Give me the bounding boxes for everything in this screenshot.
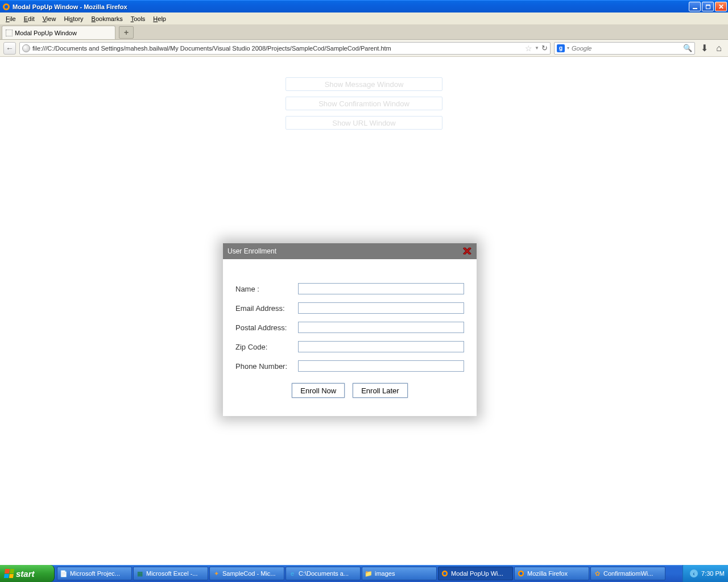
- home-icon[interactable]: ⌂: [713, 43, 725, 53]
- folder-icon: 📁: [365, 569, 373, 577]
- search-icon[interactable]: 🔍: [683, 44, 692, 52]
- firefox-icon: [441, 569, 449, 577]
- enroll-now-button[interactable]: Enroll Now: [292, 383, 345, 398]
- navigation-toolbar: ← file:///C:/Documents and Settings/mahe…: [0, 40, 728, 57]
- task-item[interactable]: 📄Microsoft Projec...: [57, 567, 132, 580]
- zip-label: Zip Code:: [235, 343, 298, 351]
- page-icon: [6, 30, 13, 36]
- search-input[interactable]: [572, 45, 681, 52]
- postal-input[interactable]: [298, 322, 464, 333]
- start-label: start: [16, 569, 35, 579]
- taskbar: start 📄Microsoft Projec... ▦Microsoft Ex…: [0, 565, 728, 582]
- task-item[interactable]: ✿ConfirmatiomWi...: [590, 567, 665, 580]
- firefox-icon: [517, 569, 525, 577]
- system-tray[interactable]: ‹ 7:30 PM: [682, 565, 728, 582]
- minimize-button[interactable]: [689, 2, 701, 11]
- maximize-button[interactable]: [702, 2, 714, 11]
- page-content: Show Message Window Show Confiramtion Wi…: [0, 57, 728, 565]
- enroll-later-button[interactable]: Enroll Later: [353, 383, 407, 398]
- modal-close-icon[interactable]: ✕: [462, 244, 472, 258]
- user-enrollment-modal: User Enrollment ✕ Name : Email Address: …: [223, 243, 477, 416]
- taskbar-items: 📄Microsoft Projec... ▦Microsoft Excel -.…: [55, 565, 682, 582]
- menu-file[interactable]: File: [2, 14, 19, 23]
- project-icon: 📄: [60, 569, 68, 577]
- back-button[interactable]: ←: [3, 42, 16, 55]
- window-titlebar: Modal PopUp Window - Mozilla Firefox ✕: [0, 0, 728, 13]
- menu-bar: File Edit View History Bookmarks Tools H…: [0, 13, 728, 25]
- downloads-icon[interactable]: ⬇: [698, 43, 710, 53]
- clock: 7:30 PM: [701, 570, 725, 577]
- modal-title: User Enrollment: [228, 247, 462, 255]
- windows-logo-icon: [4, 569, 14, 578]
- menu-bookmarks[interactable]: Bookmarks: [88, 14, 126, 23]
- tab-active[interactable]: Modal PopUp Window: [2, 26, 115, 39]
- task-item[interactable]: eC:\Documents a...: [286, 567, 361, 580]
- app-icon: ✿: [593, 569, 601, 577]
- tray-chevron-icon[interactable]: ‹: [690, 569, 698, 577]
- tab-strip: Modal PopUp Window +: [0, 25, 728, 40]
- excel-icon: ▦: [136, 569, 144, 577]
- url-text: file:///C:/Documents and Settings/mahesh…: [32, 45, 523, 52]
- start-button[interactable]: start: [0, 565, 55, 582]
- globe-icon: [22, 44, 30, 52]
- task-item[interactable]: ▦Microsoft Excel -...: [133, 567, 208, 580]
- menu-view[interactable]: View: [39, 14, 60, 23]
- name-input[interactable]: [298, 283, 464, 294]
- reload-icon[interactable]: ↻: [541, 44, 548, 52]
- email-input[interactable]: [298, 302, 464, 314]
- phone-label: Phone Number:: [235, 362, 298, 371]
- menu-history[interactable]: History: [60, 14, 86, 23]
- task-item-active[interactable]: Modal PopUp Wi...: [438, 567, 513, 580]
- bookmark-star-icon[interactable]: ☆: [525, 44, 532, 53]
- email-label: Email Address:: [235, 304, 298, 313]
- postal-label: Postal Address:: [235, 323, 298, 332]
- url-dropdown-icon[interactable]: ▼: [535, 45, 539, 51]
- modal-header: User Enrollment ✕: [223, 243, 477, 259]
- task-item[interactable]: ✦SampleCod - Mic...: [209, 567, 284, 580]
- menu-tools[interactable]: Tools: [127, 14, 149, 23]
- new-tab-button[interactable]: +: [119, 26, 134, 39]
- svg-point-1: [5, 5, 8, 9]
- google-icon: g: [557, 44, 565, 52]
- search-engine-dropdown-icon[interactable]: ▾: [567, 45, 569, 51]
- tab-title: Modal PopUp Window: [15, 30, 77, 36]
- search-bar[interactable]: g ▾ 🔍: [554, 42, 695, 55]
- ie-icon: e: [288, 569, 296, 577]
- svg-point-3: [443, 572, 446, 575]
- vs-icon: ✦: [212, 569, 220, 577]
- task-item[interactable]: 📁images: [362, 567, 437, 580]
- window-close-button[interactable]: ✕: [715, 2, 727, 11]
- svg-point-5: [519, 572, 522, 575]
- window-title: Modal PopUp Window - Mozilla Firefox: [13, 3, 689, 10]
- url-bar[interactable]: file:///C:/Documents and Settings/mahesh…: [19, 42, 551, 55]
- phone-input[interactable]: [298, 360, 464, 372]
- name-label: Name :: [235, 285, 298, 293]
- zip-input[interactable]: [298, 341, 464, 352]
- menu-edit[interactable]: Edit: [20, 14, 38, 23]
- menu-help[interactable]: Help: [150, 14, 169, 23]
- task-item[interactable]: Mozilla Firefox: [514, 567, 589, 580]
- firefox-icon: [2, 3, 10, 11]
